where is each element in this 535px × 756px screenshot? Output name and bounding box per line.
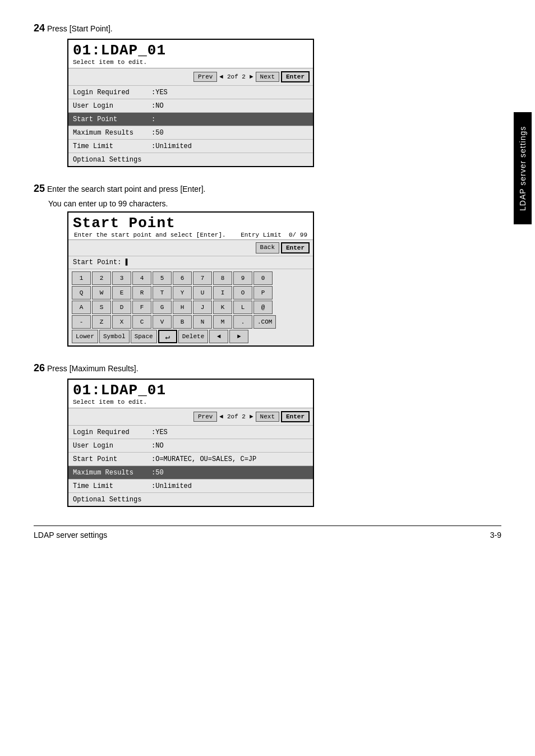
panel-sp-keyboard: 1 2 3 4 5 6 7 8 9 0 Q W E R T [68,269,313,345]
key-I[interactable]: I [213,286,232,299]
key-Y[interactable]: Y [173,286,192,299]
key-P[interactable]: P [253,286,273,299]
kbd-row-a: A S D F G H J K L @ [72,301,310,314]
key-6[interactable]: 6 [173,271,192,285]
panel-26-prev-btn[interactable]: Prev [193,412,217,422]
key-1[interactable]: 1 [72,271,91,285]
panel-sp-enter-btn[interactable]: Enter [281,242,310,253]
panel-sp-input-label: Start Point: [73,259,121,266]
key-left-arrow[interactable]: ◄ [209,330,228,343]
row-3-label: Maximum Results [73,129,151,137]
panel-24-next-btn[interactable]: Next [256,72,279,82]
key-F[interactable]: F [132,301,151,314]
key-Z[interactable]: Z [92,315,111,329]
key-H[interactable]: H [173,301,192,314]
step-24-block: 24 Press [Start Point]. 01:LDAP_01 Selec… [34,22,501,167]
panel-sp-nav: Back Enter [68,240,313,256]
row-1-label: User Login [73,102,151,110]
key-L[interactable]: L [233,301,252,314]
panel-24-prev-btn[interactable]: Prev [193,72,217,82]
key-V[interactable]: V [153,315,172,329]
key-E[interactable]: E [112,286,131,299]
step-25-header: 25 Enter the search start point and pres… [34,183,501,195]
panel-24-row-4[interactable]: Time Limit :Unlimited [68,139,313,153]
panel-sp-entry-limit: Entry Limit 0/ 99 [241,232,307,238]
panel-24-row-2[interactable]: Start Point : [68,112,313,126]
key-S[interactable]: S [92,301,111,314]
panel-24-row-5[interactable]: Optional Settings [68,153,313,166]
row-4-label: Time Limit [73,142,151,150]
key-R[interactable]: R [132,286,151,299]
key-J[interactable]: J [193,301,212,314]
key-right-arrow[interactable]: ► [229,330,248,343]
key-lower[interactable]: Lower [72,330,98,343]
step-26-number: 26 [34,362,45,374]
key-O[interactable]: O [233,286,252,299]
key-B[interactable]: B [173,315,192,329]
key-W[interactable]: W [92,286,111,299]
p26-row-3-value: :50 [151,469,308,477]
key-9[interactable]: 9 [233,271,252,285]
key-N[interactable]: N [193,315,212,329]
bottom-bar: LDAP server settings 3-9 [34,525,501,540]
key-4[interactable]: 4 [132,271,151,285]
key-2[interactable]: 2 [92,271,111,285]
panel-24-row-0[interactable]: Login Required :YES [68,85,313,99]
step-26-panel: 01:LDAP_01 Select item to edit. Prev ◄ 2… [67,379,314,507]
key-dot[interactable]: . [233,315,252,329]
key-Q[interactable]: Q [72,286,91,299]
step-24-instruction: Press [Start Point]. [47,24,113,33]
p26-row-1-value: :NO [151,442,308,450]
step-25-number: 25 [34,183,45,195]
key-symbol[interactable]: Symbol [99,330,130,343]
panel-26-row-0[interactable]: Login Required :YES [68,425,313,439]
panel-24-title-bar: 01:LDAP_01 Select item to edit. [68,40,313,68]
key-K[interactable]: K [213,301,232,314]
panel-26-row-4[interactable]: Time Limit :Unlimited [68,479,313,492]
p26-row-0-label: Login Required [73,428,151,436]
key-U[interactable]: U [193,286,212,299]
key-dash[interactable]: - [72,315,91,329]
key-7[interactable]: 7 [193,271,212,285]
panel-26-title-bar: 01:LDAP_01 Select item to edit. [68,380,313,408]
panel-26-enter-btn[interactable]: Enter [281,411,310,422]
bottom-page-number: 3-9 [490,531,501,540]
panel-sp-back-btn[interactable]: Back [256,242,279,253]
row-0-label: Login Required [73,89,151,96]
panel-sp-title: Start Point [73,215,308,232]
panel-24-row-3[interactable]: Maximum Results :50 [68,126,313,139]
panel-26-row-3[interactable]: Maximum Results :50 [68,465,313,479]
page-container: 24 Press [Start Point]. 01:LDAP_01 Selec… [0,0,535,556]
row-0-value: :YES [151,89,308,96]
panel-24-subtitle: Select item to edit. [73,59,308,66]
key-space[interactable]: Space [131,330,157,343]
panel-sp-title-area: Start Point Enter the start point and se… [68,213,313,240]
panel-24-enter-btn[interactable]: Enter [281,71,310,82]
key-G[interactable]: G [153,301,172,314]
key-enter-kbd[interactable]: ↵ [158,330,177,343]
p26-row-0-value: :YES [151,428,308,436]
panel-26-row-2[interactable]: Start Point :O=MURATEC, OU=SALES, C=JP [68,452,313,465]
key-8[interactable]: 8 [213,271,232,285]
key-0[interactable]: 0 [253,271,273,285]
key-at[interactable]: @ [253,301,273,314]
panel-26-row-5[interactable]: Optional Settings [68,492,313,506]
panel-26-row-1[interactable]: User Login :NO [68,439,313,452]
p26-row-4-value: :Unlimited [151,482,308,490]
key-M[interactable]: M [213,315,232,329]
key-dotcom[interactable]: .COM [253,315,276,329]
row-2-value: : [151,116,308,123]
step-26-header: 26 Press [Maximum Results]. [34,362,501,374]
key-X[interactable]: X [112,315,131,329]
step-26-block: 26 Press [Maximum Results]. 01:LDAP_01 S… [34,362,501,507]
key-delete[interactable]: Delete [178,330,209,343]
key-3[interactable]: 3 [112,271,131,285]
panel-24-row-1[interactable]: User Login :NO [68,99,313,112]
key-A[interactable]: A [72,301,91,314]
panel-26-next-btn[interactable]: Next [256,412,279,422]
panel-26-page-info: 2of 2 [227,413,246,420]
key-5[interactable]: 5 [153,271,172,285]
key-C[interactable]: C [132,315,151,329]
key-D[interactable]: D [112,301,131,314]
key-T[interactable]: T [153,286,172,299]
